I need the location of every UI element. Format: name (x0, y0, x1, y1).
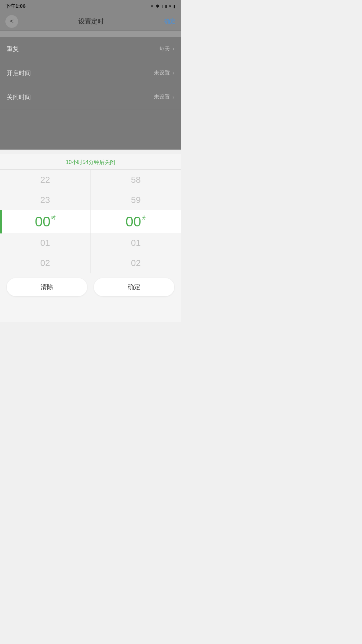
hour-item-02[interactable]: 02 (0, 253, 90, 273)
hour-selected-item[interactable]: 00 时 (0, 210, 90, 233)
repeat-label: 重复 (7, 45, 19, 53)
battery-icon: ▮ (173, 4, 176, 9)
open-time-row[interactable]: 开启时间 未设置 › (0, 61, 181, 85)
close-time-row[interactable]: 关闭时间 未设置 › (0, 85, 181, 109)
hour-item-01[interactable]: 01 (0, 233, 90, 253)
repeat-chevron-icon: › (173, 46, 174, 52)
hour-item-23[interactable]: 23 (0, 190, 90, 210)
page-title: 设置定时 (78, 17, 104, 26)
repeat-row[interactable]: 重复 每天 › (0, 37, 181, 61)
settings-area: 重复 每天 › 开启时间 未设置 › 关闭时间 未设置 › (0, 31, 181, 150)
back-icon: < (10, 18, 14, 25)
clear-button[interactable]: 清除 (7, 278, 87, 296)
open-time-right: 未设置 › (154, 69, 174, 76)
ok-button[interactable]: 确定 (94, 278, 174, 296)
picker-header: 10小时54分钟后关闭 (0, 154, 181, 169)
picker-columns: 22 23 00 时 01 02 58 59 00 分 01 02 (0, 169, 181, 273)
open-time-chevron-icon: › (173, 70, 174, 76)
close-time-value: 未设置 (154, 94, 170, 101)
picker-area: 10小时54分钟后关闭 22 23 00 时 01 02 58 59 00 分 (0, 154, 181, 322)
signal2-icon: Ⅱ︎ (165, 4, 167, 9)
bluetooth-icon: ⨯︎ (150, 4, 154, 9)
status-time: 下午1:06 (5, 3, 25, 9)
top-bar: < 设置定时 确定 (0, 12, 181, 31)
min-unit: 分 (142, 215, 146, 221)
hour-selected-indicator (0, 210, 2, 233)
minutes-column[interactable]: 58 59 00 分 01 02 (91, 170, 181, 273)
wifi-icon: ▾ (169, 4, 171, 9)
divider-space (0, 31, 181, 37)
close-time-chevron-icon: › (173, 94, 174, 100)
signal1-icon: Ⅰ︎ (162, 4, 163, 9)
min-selected-value: 00 (125, 214, 141, 230)
repeat-right: 每天 › (159, 46, 174, 53)
back-button[interactable]: < (5, 15, 18, 28)
close-time-label: 关闭时间 (7, 93, 31, 101)
min-item-01[interactable]: 01 (91, 233, 181, 253)
close-time-right: 未设置 › (154, 94, 174, 101)
hour-unit: 时 (51, 215, 56, 221)
open-time-value: 未设置 (154, 69, 170, 76)
settings-list: 重复 每天 › 开启时间 未设置 › 关闭时间 未设置 › (0, 37, 181, 150)
hours-column[interactable]: 22 23 00 时 01 02 (0, 170, 91, 273)
repeat-value: 每天 (159, 46, 170, 53)
open-time-label: 开启时间 (7, 69, 31, 77)
settings-bottom-space (0, 109, 181, 150)
status-icons: ⨯︎ ✱ Ⅰ︎ Ⅱ︎ ▾ ▮ (150, 4, 176, 9)
min-item-59[interactable]: 59 (91, 190, 181, 210)
min-item-02[interactable]: 02 (91, 253, 181, 273)
min-selected-item[interactable]: 00 分 (91, 210, 181, 233)
hour-selected-value: 00 (35, 214, 51, 230)
hour-item-22[interactable]: 22 (0, 170, 90, 190)
top-confirm-button[interactable]: 确定 (164, 17, 176, 25)
min-item-58[interactable]: 58 (91, 170, 181, 190)
picker-buttons: 清除 确定 (0, 273, 181, 303)
status-bar: 下午1:06 ⨯︎ ✱ Ⅰ︎ Ⅱ︎ ▾ ▮ (0, 0, 181, 12)
bluetooth-icon2: ✱ (156, 4, 160, 9)
